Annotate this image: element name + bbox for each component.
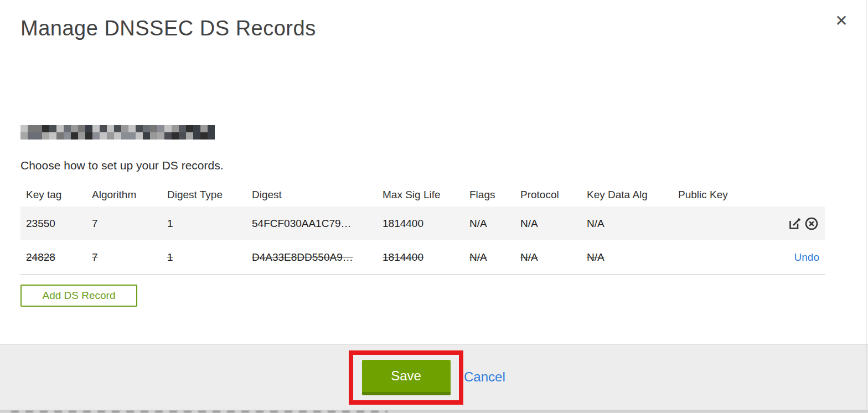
cell-digest-type: 1 bbox=[167, 218, 173, 229]
undo-link[interactable]: Undo bbox=[794, 251, 819, 264]
table-header-row: Key tag Algorithm Digest Type Digest Max… bbox=[20, 183, 825, 206]
add-ds-record-button[interactable]: Add DS Record bbox=[20, 285, 137, 307]
cell-protocol: N/A bbox=[520, 251, 538, 263]
cell-key-tag: 23550 bbox=[26, 218, 55, 229]
cell-algorithm: 7 bbox=[92, 218, 98, 229]
close-icon[interactable]: ✕ bbox=[831, 11, 851, 31]
header-flags: Flags bbox=[469, 189, 520, 201]
cell-max-sig-life: 1814400 bbox=[383, 218, 423, 229]
header-digest-type: Digest Type bbox=[167, 189, 252, 201]
edit-record-icon[interactable] bbox=[787, 216, 803, 231]
cell-key-tag: 24828 bbox=[26, 251, 55, 263]
header-digest: Digest bbox=[252, 189, 383, 201]
ds-records-table: Key tag Algorithm Digest Type Digest Max… bbox=[20, 183, 825, 275]
header-public-key: Public Key bbox=[678, 189, 778, 201]
cell-flags: N/A bbox=[469, 251, 487, 263]
cell-max-sig-life: 1814400 bbox=[383, 251, 423, 263]
save-button[interactable]: Save bbox=[362, 360, 451, 395]
cell-digest: D4A33E8DD550A9… bbox=[252, 251, 353, 263]
background-content-strip bbox=[0, 410, 868, 413]
instruction-text: Choose how to set up your DS records. bbox=[20, 159, 224, 172]
table-row: 23550 7 1 54FCF030AA1C79… 1814400 N/A N/… bbox=[20, 206, 825, 240]
table-row-deleted: 24828 7 1 D4A33E8DD550A9… 1814400 N/A N/… bbox=[20, 240, 825, 275]
header-key-data-alg: Key Data Alg bbox=[587, 189, 678, 201]
header-algorithm: Algorithm bbox=[92, 189, 167, 201]
cell-key-data-alg: N/A bbox=[587, 218, 604, 229]
cell-key-data-alg: N/A bbox=[587, 251, 604, 263]
cancel-link[interactable]: Cancel bbox=[464, 369, 505, 385]
header-key-tag: Key tag bbox=[26, 189, 92, 201]
page-edge-divider bbox=[866, 0, 866, 410]
cell-flags: N/A bbox=[469, 218, 487, 229]
cell-protocol: N/A bbox=[520, 218, 538, 229]
annotation-red-box: Save bbox=[349, 350, 463, 405]
header-max-sig-life: Max Sig Life bbox=[383, 189, 469, 201]
dnssec-modal: Manage DNSSEC DS Records ✕ Choose how to… bbox=[0, 0, 868, 413]
cell-algorithm: 7 bbox=[92, 251, 98, 263]
modal-footer: Save Cancel bbox=[0, 344, 868, 410]
redacted-domain-name bbox=[20, 125, 215, 141]
page-title: Manage DNSSEC DS Records bbox=[20, 17, 316, 40]
cell-digest-type: 1 bbox=[167, 251, 173, 263]
header-protocol: Protocol bbox=[520, 189, 587, 201]
cell-digest: 54FCF030AA1C79… bbox=[252, 218, 352, 229]
delete-record-icon[interactable] bbox=[804, 216, 819, 231]
